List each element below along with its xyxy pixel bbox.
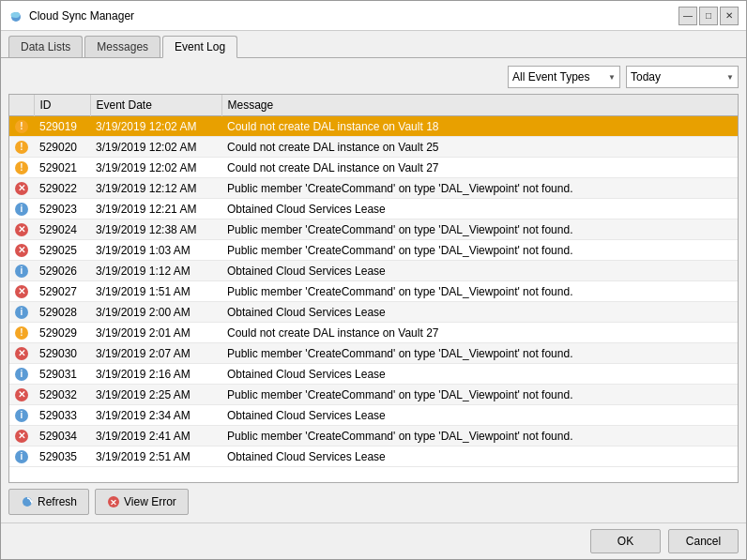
row-message: Public member 'CreateCommand' on type 'D… (221, 426, 738, 446)
table-row[interactable]: !5290213/19/2019 12:02 AMCould not creat… (9, 158, 738, 178)
row-message: Public member 'CreateCommand' on type 'D… (221, 343, 738, 364)
row-date: 3/19/2019 2:16 AM (90, 364, 221, 385)
tab-data-lists[interactable]: Data Lists (8, 36, 83, 57)
row-date: 3/19/2019 12:02 AM (90, 116, 221, 137)
row-message: Public member 'CreateCommand' on type 'D… (221, 385, 738, 405)
info-icon: i (15, 265, 28, 278)
row-message: Public member 'CreateCommand' on type 'D… (221, 240, 738, 261)
title-bar-left: Cloud Sync Manager (8, 8, 134, 23)
row-date: 3/19/2019 12:02 AM (90, 137, 221, 158)
table-row[interactable]: i5290313/19/2019 2:16 AMObtained Cloud S… (9, 364, 738, 385)
main-window: Cloud Sync Manager — □ ✕ Data Lists Mess… (0, 0, 747, 560)
table-row[interactable]: i5290233/19/2019 12:21 AMObtained Cloud … (9, 199, 738, 219)
row-date: 3/19/2019 12:12 AM (90, 178, 221, 199)
row-id: 529034 (34, 426, 90, 446)
row-icon-cell: ! (9, 137, 34, 158)
row-message: Obtained Cloud Services Lease (221, 405, 738, 426)
date-filter-dropdown-wrapper: Today Last 7 Days Last 30 Days All (626, 66, 739, 88)
row-message: Obtained Cloud Services Lease (221, 261, 738, 281)
title-bar: Cloud Sync Manager — □ ✕ (1, 1, 746, 31)
row-id: 529033 (34, 405, 90, 426)
warning-icon: ! (15, 161, 28, 174)
date-filter-dropdown[interactable]: Today Last 7 Days Last 30 Days All (626, 66, 739, 88)
row-icon-cell: i (9, 405, 34, 426)
row-icon-cell: ! (9, 323, 34, 343)
refresh-button[interactable]: Refresh (8, 489, 89, 515)
table-row[interactable]: i5290353/19/2019 2:51 AMObtained Cloud S… (9, 446, 738, 467)
svg-marker-5 (31, 500, 33, 504)
table-row[interactable]: !5290293/19/2019 2:01 AMCould not create… (9, 323, 738, 343)
row-message: Public member 'CreateCommand' on type 'D… (221, 281, 738, 302)
tab-event-log[interactable]: Event Log (162, 36, 237, 58)
row-date: 3/19/2019 12:21 AM (90, 199, 221, 219)
info-icon: i (15, 409, 28, 422)
table-row[interactable]: ✕5290343/19/2019 2:41 AMPublic member 'C… (9, 426, 738, 446)
row-message: Public member 'CreateCommand' on type 'D… (221, 219, 738, 240)
row-id: 529026 (34, 261, 90, 281)
row-id: 529031 (34, 364, 90, 385)
row-message: Obtained Cloud Services Lease (221, 364, 738, 385)
table-row[interactable]: !5290193/19/2019 12:02 AMCould not creat… (9, 116, 738, 137)
maximize-button[interactable]: □ (699, 7, 718, 25)
table-row[interactable]: ✕5290253/19/2019 1:03 AMPublic member 'C… (9, 240, 738, 261)
view-error-icon: ✕ (107, 495, 120, 508)
info-icon: i (15, 368, 28, 381)
error-icon: ✕ (15, 285, 28, 298)
row-date: 3/19/2019 1:51 AM (90, 281, 221, 302)
info-icon: i (15, 450, 28, 463)
row-date: 3/19/2019 2:00 AM (90, 302, 221, 323)
minimize-button[interactable]: — (678, 7, 697, 25)
svg-point-2 (11, 12, 16, 17)
event-type-dropdown[interactable]: All Event Types Error Warning Info (508, 66, 620, 88)
row-date: 3/19/2019 2:41 AM (90, 426, 221, 446)
row-message: Could not create DAL instance on Vault 1… (221, 116, 738, 137)
table-row[interactable]: ✕5290303/19/2019 2:07 AMPublic member 'C… (9, 343, 738, 364)
window-controls: — □ ✕ (678, 7, 739, 25)
row-date: 3/19/2019 2:34 AM (90, 405, 221, 426)
row-id: 529024 (34, 219, 90, 240)
warning-icon: ! (15, 120, 28, 133)
table-row[interactable]: i5290283/19/2019 2:00 AMObtained Cloud S… (9, 302, 738, 323)
warning-icon: ! (15, 141, 28, 154)
close-button[interactable]: ✕ (720, 7, 739, 25)
info-icon: i (15, 306, 28, 319)
table-row[interactable]: !5290203/19/2019 12:02 AMCould not creat… (9, 137, 738, 158)
tab-messages[interactable]: Messages (84, 36, 160, 57)
filter-toolbar: All Event Types Error Warning Info Today… (8, 66, 739, 88)
row-icon-cell: ✕ (9, 343, 34, 364)
row-icon-cell: ✕ (9, 385, 34, 405)
row-icon-cell: i (9, 364, 34, 385)
row-icon-cell: i (9, 261, 34, 281)
row-id: 529030 (34, 343, 90, 364)
ok-button[interactable]: OK (590, 529, 661, 553)
row-id: 529029 (34, 323, 90, 343)
tab-bar: Data Lists Messages Event Log (1, 31, 746, 58)
bottom-toolbar: Refresh ✕ View Error (8, 489, 739, 515)
row-message: Could not create DAL instance on Vault 2… (221, 137, 738, 158)
event-log-table-container[interactable]: ID Event Date Message !5290193/19/2019 1… (8, 94, 739, 483)
row-message: Obtained Cloud Services Lease (221, 302, 738, 323)
svg-text:✕: ✕ (110, 498, 117, 507)
info-icon: i (15, 203, 28, 216)
table-row[interactable]: i5290333/19/2019 2:34 AMObtained Cloud S… (9, 405, 738, 426)
table-row[interactable]: ✕5290273/19/2019 1:51 AMPublic member 'C… (9, 281, 738, 302)
row-id: 529021 (34, 158, 90, 178)
app-icon (8, 8, 23, 23)
warning-icon: ! (15, 326, 28, 340)
table-row[interactable]: i5290263/19/2019 1:12 AMObtained Cloud S… (9, 261, 738, 281)
view-error-button[interactable]: ✕ View Error (95, 489, 189, 515)
table-row[interactable]: ✕5290223/19/2019 12:12 AMPublic member '… (9, 178, 738, 199)
row-id: 529025 (34, 240, 90, 261)
row-date: 3/19/2019 12:02 AM (90, 158, 221, 178)
col-event-date: Event Date (90, 95, 221, 116)
row-date: 3/19/2019 2:51 AM (90, 446, 221, 467)
cancel-button[interactable]: Cancel (668, 529, 739, 553)
refresh-icon (21, 495, 34, 508)
row-icon-cell: ✕ (9, 240, 34, 261)
table-row[interactable]: ✕5290323/19/2019 2:25 AMPublic member 'C… (9, 385, 738, 405)
event-type-dropdown-wrapper: All Event Types Error Warning Info (508, 66, 620, 88)
table-row[interactable]: ✕5290243/19/2019 12:38 AMPublic member '… (9, 219, 738, 240)
footer: OK Cancel (1, 522, 746, 559)
row-id: 529035 (34, 446, 90, 467)
row-message: Could not create DAL instance on Vault 2… (221, 158, 738, 178)
